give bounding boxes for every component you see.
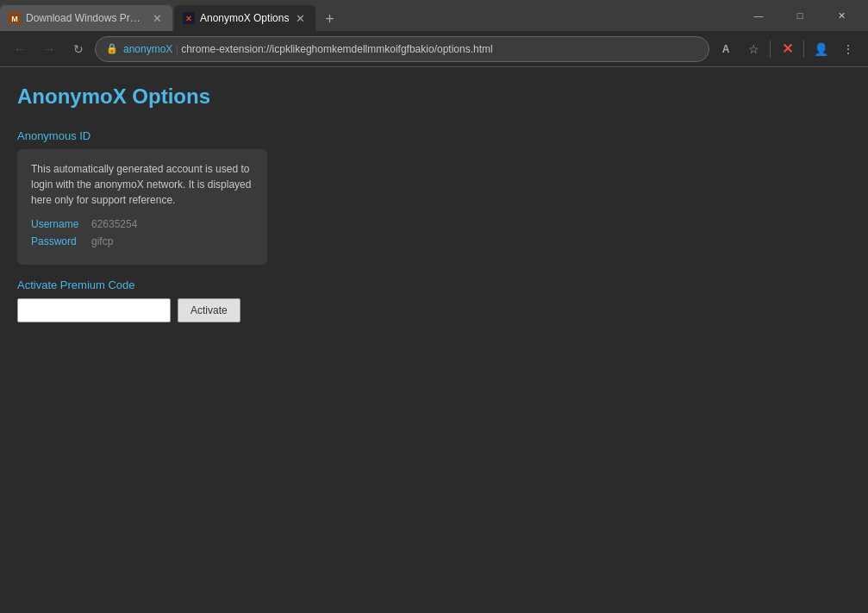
anonymous-id-label[interactable]: Anonymous ID <box>17 129 851 142</box>
url-bar[interactable]: 🔒 anonymoX | chrome-extension://icpklike… <box>95 36 709 62</box>
address-bar: ← → ↻ 🔒 anonymoX | chrome-extension://ic… <box>0 31 868 67</box>
premium-code-input[interactable] <box>17 298 171 322</box>
premium-section: Activate Premium Code Activate <box>17 278 851 322</box>
back-button[interactable]: ← <box>7 36 33 62</box>
password-value: gifcp <box>91 235 113 247</box>
star-icon: ☆ <box>748 42 759 56</box>
lock-icon: 🔒 <box>106 43 118 54</box>
tabs-area: M Download Windows Programs fo ✕ ✕ Anony… <box>0 0 739 31</box>
anonymous-id-box: This automatically generated account is … <box>17 149 267 265</box>
close-button[interactable]: ✕ <box>821 0 861 31</box>
toolbar-icons: A ☆ ✕ 👤 ⋮ <box>713 36 861 62</box>
translate-button[interactable]: A <box>713 36 739 62</box>
premium-label[interactable]: Activate Premium Code <box>17 278 851 291</box>
password-label: Password <box>31 235 91 247</box>
tab-anonymox-options[interactable]: ✕ AnonymoX Options ✕ <box>174 5 315 31</box>
translate-icon: A <box>722 43 730 55</box>
minimize-button[interactable]: — <box>739 0 778 31</box>
username-row: Username 62635254 <box>31 218 253 230</box>
reload-button[interactable]: ↻ <box>66 36 91 62</box>
username-label: Username <box>31 218 91 230</box>
tab1-favicon: M <box>9 12 21 24</box>
maximize-button[interactable]: □ <box>780 0 820 31</box>
tab2-favicon: ✕ <box>183 12 195 24</box>
activate-button[interactable]: Activate <box>178 298 240 322</box>
anonymox-icon-button[interactable]: ✕ <box>774 36 800 62</box>
profile-icon: 👤 <box>814 42 828 56</box>
menu-button[interactable]: ⋮ <box>835 36 861 62</box>
tab2-close-icon[interactable]: ✕ <box>294 10 307 27</box>
username-value: 62635254 <box>91 218 137 230</box>
window-controls: — □ ✕ <box>739 0 861 31</box>
premium-row: Activate <box>17 298 851 322</box>
anonymous-id-section: Anonymous ID This automatically generate… <box>17 129 851 265</box>
page-title: AnonymoX Options <box>17 84 851 109</box>
url-path: chrome-extension://icpklikeghomkemdellmm… <box>181 43 493 55</box>
menu-icon: ⋮ <box>842 42 854 56</box>
tab1-title: Download Windows Programs fo <box>26 12 146 24</box>
tab2-title: AnonymoX Options <box>200 12 289 24</box>
page-content: AnonymoX Options Anonymous ID This autom… <box>0 67 868 613</box>
toolbar-separator-2 <box>803 41 804 58</box>
url-protocol: anonymoX <box>123 43 172 55</box>
forward-button[interactable]: → <box>36 36 62 62</box>
new-tab-button[interactable]: + <box>317 7 341 31</box>
svg-text:M: M <box>11 15 18 23</box>
password-row: Password gifcp <box>31 235 253 247</box>
toolbar-separator <box>770 41 771 58</box>
title-bar: M Download Windows Programs fo ✕ ✕ Anony… <box>0 0 868 31</box>
tab-download-windows[interactable]: M Download Windows Programs fo ✕ <box>0 5 172 31</box>
url-text: anonymoX | chrome-extension://icpklikegh… <box>123 43 698 55</box>
profile-button[interactable]: 👤 <box>808 36 834 62</box>
anonymous-id-description: This automatically generated account is … <box>31 161 253 208</box>
tab1-close-icon[interactable]: ✕ <box>151 10 164 27</box>
svg-text:✕: ✕ <box>185 15 192 23</box>
x-extension-icon: ✕ <box>782 41 793 57</box>
bookmark-button[interactable]: ☆ <box>740 36 766 62</box>
